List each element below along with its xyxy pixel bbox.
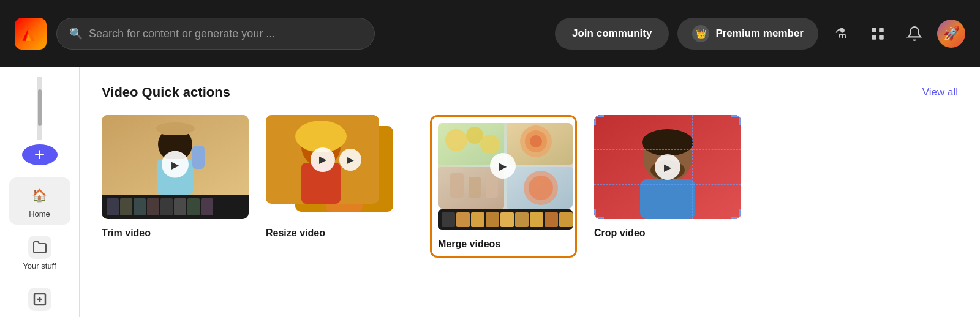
svg-point-25	[445, 129, 467, 151]
svg-point-26	[466, 127, 483, 144]
merge-videos-thumbnail: ▶	[438, 123, 585, 230]
play-button-crop[interactable]: ▶	[655, 154, 680, 180]
trim-video-label: Trim video	[102, 228, 249, 239]
sidebar-item-home[interactable]: 🏠 Home	[9, 177, 70, 225]
crown-icon: 👑	[692, 25, 709, 42]
user-avatar[interactable]: 🚀	[937, 20, 965, 48]
svg-rect-7	[879, 35, 884, 40]
crop-video-label: Crop video	[594, 228, 741, 239]
flask-icon: ⚗	[835, 26, 847, 42]
apps-icon-button[interactable]	[864, 20, 892, 48]
svg-rect-35	[486, 176, 498, 198]
sidebar-your-stuff-label: Your stuff	[23, 261, 56, 270]
svg-rect-34	[469, 177, 481, 198]
sidebar-home-label: Home	[29, 209, 50, 218]
sidebar-item-your-stuff[interactable]: Your stuff	[9, 229, 70, 277]
brands-icon	[28, 288, 51, 311]
flask-icon-button[interactable]: ⚗	[827, 20, 855, 48]
crop-corner-bl	[594, 209, 604, 219]
search-bar[interactable]: 🔍	[56, 18, 375, 50]
sidebar-scroll-thumb	[38, 89, 42, 126]
search-icon: 🔍	[69, 27, 83, 40]
sidebar: + 🏠 Home Your stuff	[0, 67, 80, 317]
view-all-link[interactable]: View all	[922, 86, 958, 99]
folder-icon	[28, 236, 51, 259]
section-title: Video Quick actions	[102, 84, 230, 100]
sidebar-item-brands[interactable]	[9, 282, 70, 317]
cards-grid: ▶ Trim video	[102, 115, 958, 258]
crop-corner-br	[731, 209, 741, 219]
svg-point-31	[530, 135, 542, 147]
play-button-resize[interactable]: ▶	[311, 147, 335, 172]
trim-video-card[interactable]: ▶ Trim video	[102, 115, 249, 239]
resize-video-thumbnail: ▶ ▶	[266, 115, 413, 219]
home-icon: 🏠	[28, 184, 51, 207]
play-button-resize-2[interactable]: ▶	[339, 149, 361, 171]
film-strip-trim	[102, 195, 249, 219]
main-content: Video Quick actions View all	[80, 67, 980, 317]
merge-main-image: ▶	[438, 123, 573, 209]
apps-grid-icon	[870, 26, 886, 42]
svg-rect-5	[879, 28, 884, 32]
search-input[interactable]	[89, 28, 362, 40]
premium-member-label: Premium member	[715, 28, 804, 40]
section-header: Video Quick actions View all	[102, 84, 958, 100]
svg-point-38	[529, 176, 553, 200]
nav-right-actions: Join community 👑 Premium member ⚗ 🚀	[555, 18, 965, 50]
create-new-button[interactable]: +	[22, 144, 58, 165]
merge-videos-label: Merge videos	[438, 239, 569, 250]
svg-rect-13	[192, 146, 205, 169]
join-community-button[interactable]: Join community	[555, 18, 669, 50]
play-button-trim[interactable]: ▶	[162, 151, 189, 178]
main-layout: + 🏠 Home Your stuff Video Quic	[0, 67, 980, 317]
svg-rect-4	[872, 28, 876, 32]
crop-row-3	[594, 185, 741, 219]
premium-member-button[interactable]: 👑 Premium member	[677, 18, 818, 50]
top-navigation: 🔍 Join community 👑 Premium member ⚗	[0, 0, 980, 67]
adobe-logo[interactable]	[15, 18, 47, 50]
crop-row-1	[594, 115, 741, 150]
resize-video-card[interactable]: ▶ ▶ Resize video	[266, 115, 413, 239]
trim-video-thumbnail: ▶	[102, 115, 249, 219]
notifications-icon-button[interactable]	[900, 20, 929, 48]
merge-videos-card[interactable]: ▶ Merge videos	[430, 115, 577, 258]
resize-video-label: Resize video	[266, 228, 413, 239]
merge-film-strip	[438, 209, 573, 230]
sidebar-scrollbar[interactable]	[37, 77, 42, 140]
crop-video-card[interactable]: ▶ Crop video	[594, 115, 741, 239]
crop-corner-tr	[731, 115, 741, 125]
svg-rect-15	[160, 124, 190, 135]
play-button-merge[interactable]: ▶	[490, 153, 516, 179]
crop-video-thumbnail: ▶	[594, 115, 741, 219]
svg-point-27	[480, 135, 500, 154]
svg-rect-6	[872, 35, 876, 40]
svg-rect-33	[450, 173, 464, 198]
film-frames-trim	[107, 198, 213, 215]
crop-corner-tl	[594, 115, 604, 125]
bell-icon	[907, 26, 922, 42]
